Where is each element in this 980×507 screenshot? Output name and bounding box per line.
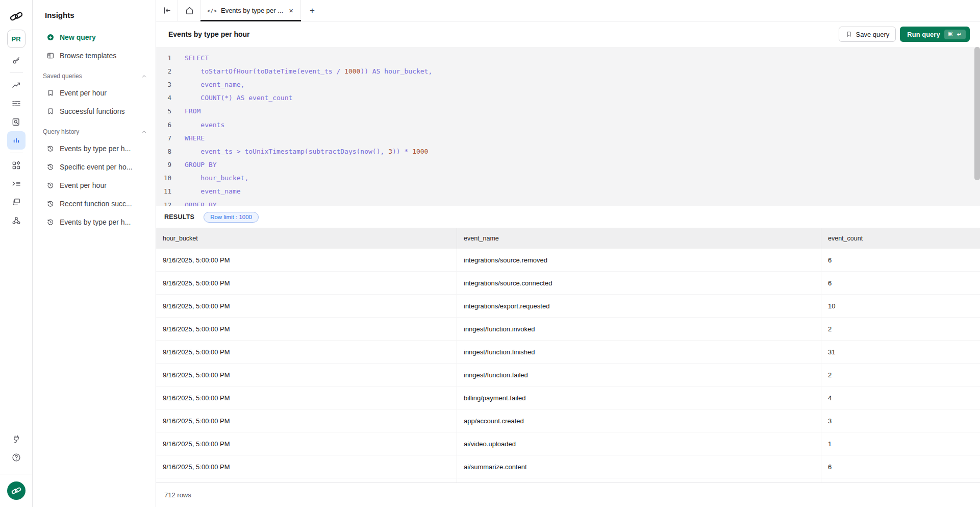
code-line: 7WHERE — [156, 131, 980, 144]
bookmark-icon — [46, 107, 55, 115]
line-number: 8 — [156, 148, 171, 155]
table-cell: inngest/function.failed — [457, 364, 821, 386]
table-cell: 2 — [821, 364, 980, 386]
sidebar-item-label: Events by type per h... — [60, 218, 131, 226]
tab-label: Events by type per ... — [221, 7, 284, 14]
code-line: 1SELECT — [156, 51, 980, 64]
table-cell: 9/16/2025, 5:00:00 PM — [156, 272, 457, 294]
table-cell: ai/summarize.content — [457, 455, 821, 478]
table-cell: 6 — [821, 455, 980, 478]
org-avatar[interactable] — [7, 481, 26, 500]
workspace-avatar[interactable]: PR — [7, 30, 26, 48]
table-row[interactable]: 9/16/2025, 5:00:00 PMintegrations/export… — [156, 295, 980, 318]
table-row[interactable]: 9/16/2025, 5:00:00 PMintegrations/source… — [156, 249, 980, 272]
sidebar-item[interactable]: Events by type per h... — [33, 139, 156, 158]
new-query-button[interactable]: New query — [33, 28, 156, 46]
plug-icon[interactable] — [7, 430, 26, 448]
main-panel: </> Events by type per ... × + Events by… — [156, 0, 980, 507]
sidebar-item-label: Events by type per h... — [60, 144, 131, 153]
home-icon — [185, 6, 194, 15]
line-number: 3 — [156, 81, 171, 88]
query-header: Events by type per hour Save query Run q… — [156, 21, 980, 47]
webhook-icon[interactable] — [7, 211, 26, 230]
column-header: event_name — [457, 228, 821, 249]
tab-events-by-type[interactable]: </> Events by type per ... × — [200, 0, 301, 21]
sql-editor[interactable]: 1SELECT2 toStartOfHour(toDateTime(event_… — [156, 47, 980, 206]
table-cell: 9/16/2025, 5:00:00 PM — [156, 249, 457, 271]
collapse-sidebar-button[interactable] — [156, 0, 178, 21]
section-header[interactable]: Saved queries — [33, 71, 156, 81]
line-number: 12 — [156, 201, 171, 206]
insights-bars-icon[interactable] — [7, 131, 26, 150]
sidebar-item-label: Recent function succ... — [60, 200, 132, 208]
table-cell — [156, 478, 457, 482]
key-icon[interactable] — [7, 51, 26, 69]
home-tab-button[interactable] — [178, 0, 200, 21]
code-line: 6 events — [156, 118, 980, 131]
table-cell: inngest/function.invoked — [457, 318, 821, 340]
table-cell: app/account.created — [457, 409, 821, 432]
browse-templates-label: Browse templates — [60, 52, 116, 60]
code-line: 4 COUNT(*) AS event_count — [156, 91, 980, 105]
table-cell: 9/16/2025, 5:00:00 PM — [156, 409, 457, 432]
table-row[interactable]: 9/16/2025, 5:00:00 PMbilling/payment.fai… — [156, 387, 980, 409]
filters-icon[interactable] — [7, 94, 26, 113]
table-cell: 9/16/2025, 5:00:00 PM — [156, 455, 457, 478]
table-cell: 10 — [821, 295, 980, 317]
new-query-label: New query — [60, 33, 96, 41]
code-line: 10 hour_bucket, — [156, 172, 980, 185]
sidebar-item[interactable]: Event per hour — [33, 176, 156, 195]
table-row[interactable]: 9/16/2025, 5:00:00 PMinngest/function.fi… — [156, 341, 980, 364]
sidebar-item[interactable]: Specific event per ho... — [33, 158, 156, 176]
save-query-button[interactable]: Save query — [839, 27, 896, 42]
sidebar-item[interactable]: Event per hour — [33, 84, 156, 102]
bookmark-icon — [845, 31, 852, 38]
line-number: 6 — [156, 121, 171, 129]
table-row[interactable]: 9/16/2025, 5:00:00 PMai/summarize.conten… — [156, 455, 980, 478]
table-row[interactable]: 9/16/2025, 5:00:00 PMintegrations/source… — [156, 272, 980, 295]
run-query-button[interactable]: Run query ⌘ ↵ — [900, 27, 970, 42]
table-cell: 9/16/2025, 5:00:00 PM — [156, 364, 457, 386]
close-tab-icon[interactable]: × — [288, 6, 294, 15]
nav-rail: PR — [0, 0, 33, 507]
table-cell: billing/payment.failed — [457, 387, 821, 409]
row-count: 712 rows — [164, 491, 191, 499]
table-row[interactable]: 9/16/2025, 5:00:00 PMinngest/function.in… — [156, 318, 980, 341]
browse-templates-button[interactable]: Browse templates — [33, 46, 156, 65]
chevron-up-icon — [141, 129, 147, 135]
table-row[interactable]: 9/16/2025, 5:00:00 PMapp/account.created… — [156, 409, 980, 432]
sidebar-item-label: Event per hour — [60, 181, 107, 189]
line-number: 1 — [156, 54, 171, 62]
sidebar-title: Insights — [45, 10, 156, 20]
apps-grid-icon[interactable] — [7, 156, 26, 175]
sidebar-item[interactable]: Events by type per h... — [33, 213, 156, 231]
table-row-partial — [156, 478, 980, 482]
editor-scrollbar[interactable] — [974, 47, 980, 180]
table-cell: 31 — [821, 341, 980, 363]
table-cell: 2 — [821, 318, 980, 340]
new-tab-button[interactable]: + — [301, 0, 323, 21]
app-root: PR — [0, 0, 980, 507]
metrics-icon[interactable] — [7, 76, 26, 94]
section-header[interactable]: Query history — [33, 127, 156, 137]
sidebar-item[interactable]: Recent function succ... — [33, 195, 156, 213]
terminal-icon[interactable] — [7, 175, 26, 193]
line-number: 5 — [156, 107, 171, 115]
column-header: hour_bucket — [156, 228, 457, 249]
table-cell — [821, 478, 980, 482]
column-header: event_count — [821, 228, 980, 249]
section-label: Saved queries — [43, 73, 82, 80]
help-icon[interactable] — [7, 448, 26, 467]
table-row[interactable]: 9/16/2025, 5:00:00 PMinngest/function.fa… — [156, 364, 980, 387]
table-row[interactable]: 9/16/2025, 5:00:00 PMai/video.uploaded1 — [156, 432, 980, 455]
table-cell: 6 — [821, 249, 980, 271]
table-cell: integrations/source.removed — [457, 249, 821, 271]
table-cell: 6 — [821, 272, 980, 294]
sidebar-item[interactable]: Successful functions — [33, 102, 156, 120]
collapse-icon — [162, 6, 172, 15]
event-search-icon[interactable] — [7, 113, 26, 131]
row-limit-pill[interactable]: Row limit : 1000 — [204, 212, 259, 223]
section-label: Query history — [43, 128, 79, 135]
environments-icon[interactable] — [7, 193, 26, 211]
table-cell: 4 — [821, 387, 980, 409]
